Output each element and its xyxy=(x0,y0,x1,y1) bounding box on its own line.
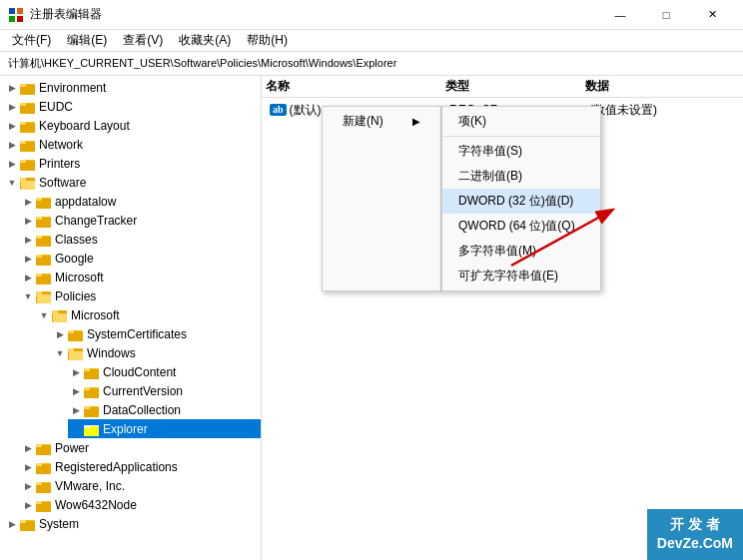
folder-icon-explorer xyxy=(84,422,100,436)
submenu-item-expandstring[interactable]: 可扩充字符串值(E) xyxy=(442,264,600,288)
tree-item-datacollection[interactable]: ▶ DataCollection xyxy=(68,400,261,419)
submenu-item-dword[interactable]: DWORD (32 位)值(D) xyxy=(442,189,600,214)
tree-item-printers[interactable]: ▶ Printers xyxy=(4,154,261,173)
menu-file[interactable]: 文件(F) xyxy=(4,30,59,51)
expander-appdatalow[interactable]: ▶ xyxy=(20,194,36,210)
tree-label-keyboardlayout: Keyboard Layout xyxy=(39,119,130,133)
folder-icon-google xyxy=(36,252,52,266)
folder-icon-network xyxy=(20,138,36,152)
maximize-button[interactable]: □ xyxy=(643,0,689,30)
expander-system[interactable]: ▶ xyxy=(4,516,20,532)
expander-environment[interactable]: ▶ xyxy=(4,80,20,96)
svg-rect-38 xyxy=(37,294,51,303)
submenu-item-key[interactable]: 项(K) xyxy=(442,109,600,134)
tree-item-vmware[interactable]: ▶ VMware, Inc. xyxy=(20,476,261,495)
expander-keyboardlayout[interactable]: ▶ xyxy=(4,118,20,134)
expander-windows[interactable]: ▼ xyxy=(52,345,68,361)
tree-item-systemcerts[interactable]: ▶ SystemCertificates xyxy=(52,324,261,343)
svg-rect-21 xyxy=(20,178,26,182)
tree-item-classes[interactable]: ▶ Classes xyxy=(20,230,261,249)
menu-help[interactable]: 帮助(H) xyxy=(239,30,296,51)
expander-explorer[interactable] xyxy=(68,421,84,437)
svg-rect-15 xyxy=(20,141,26,144)
expander-wow6432[interactable]: ▶ xyxy=(20,497,36,513)
tree-item-environment[interactable]: ▶ Environment xyxy=(4,78,261,97)
svg-rect-72 xyxy=(36,501,42,504)
context-menu-area: 新建(N) ▶ 项(K) 字符串值(S) 二进制值(B) DWORD (32 位… xyxy=(322,106,601,291)
expander-changetracker[interactable]: ▶ xyxy=(20,213,36,229)
svg-rect-42 xyxy=(52,310,58,314)
context-menu-new[interactable]: 新建(N) ▶ xyxy=(323,109,440,134)
folder-icon-microsoft-l2 xyxy=(36,271,52,284)
registry-tree[interactable]: ▶ Environment ▶ EUDC ▶ Keyboard Layout ▶… xyxy=(0,76,262,560)
tree-item-explorer[interactable]: Explorer xyxy=(68,419,261,438)
tree-item-policies[interactable]: ▼ Policies xyxy=(20,286,261,305)
tree-item-microsoft-l2[interactable]: ▶ Microsoft xyxy=(20,268,261,286)
expander-printers[interactable]: ▶ xyxy=(4,156,20,172)
expander-regapps[interactable]: ▶ xyxy=(20,459,36,475)
svg-rect-18 xyxy=(20,160,26,163)
folder-icon-regapps xyxy=(36,460,52,474)
tree-item-windows[interactable]: ▼ Windows xyxy=(52,343,261,362)
address-bar: 计算机\HKEY_CURRENT_USER\Software\Policies\… xyxy=(0,52,743,76)
expander-datacollection[interactable]: ▶ xyxy=(68,402,84,418)
tree-item-microsoft-l3[interactable]: ▼ Microsoft xyxy=(36,305,261,324)
menu-favorites[interactable]: 收藏夹(A) xyxy=(171,30,239,51)
tree-item-software[interactable]: ▼ Software xyxy=(4,173,261,192)
expander-power[interactable]: ▶ xyxy=(20,440,36,456)
minimize-button[interactable]: — xyxy=(597,0,643,30)
tree-item-google[interactable]: ▶ Google xyxy=(20,249,261,268)
tree-item-keyboardlayout[interactable]: ▶ Keyboard Layout xyxy=(4,116,261,135)
tree-item-regapps[interactable]: ▶ RegisteredApplications xyxy=(20,457,261,476)
expander-systemcerts[interactable]: ▶ xyxy=(52,326,68,342)
expander-microsoft-l3[interactable]: ▼ xyxy=(36,307,52,323)
submenu-item-qword[interactable]: QWORD (64 位)值(Q) xyxy=(442,214,600,239)
menu-view[interactable]: 查看(V) xyxy=(115,30,171,51)
svg-rect-75 xyxy=(20,520,26,523)
watermark-line1: 开 发 者 xyxy=(657,515,733,535)
tree-label-printers: Printers xyxy=(39,157,80,171)
expander-software[interactable]: ▼ xyxy=(4,175,20,191)
expander-microsoft-l2[interactable]: ▶ xyxy=(20,270,36,285)
svg-rect-12 xyxy=(20,122,26,125)
tree-item-currentversion[interactable]: ▶ CurrentVersion xyxy=(68,381,261,400)
tree-item-power[interactable]: ▶ Power xyxy=(20,438,261,457)
tree-label-systemcerts: SystemCertificates xyxy=(87,327,187,341)
tree-item-eudc[interactable]: ▶ EUDC xyxy=(4,97,261,116)
expander-policies[interactable]: ▼ xyxy=(20,288,36,304)
col-data: 数据 xyxy=(585,78,739,95)
tree-item-wow6432[interactable]: ▶ Wow6432Node xyxy=(20,495,261,514)
svg-rect-69 xyxy=(36,482,42,485)
expander-google[interactable]: ▶ xyxy=(20,251,36,267)
close-button[interactable]: ✕ xyxy=(689,0,735,30)
folder-icon-policies xyxy=(36,289,52,303)
expander-currentversion[interactable]: ▶ xyxy=(68,383,84,399)
tree-label-regapps: RegisteredApplications xyxy=(55,460,178,474)
expander-classes[interactable]: ▶ xyxy=(20,232,36,248)
svg-rect-39 xyxy=(36,291,42,295)
tree-item-appdatalow[interactable]: ▶ appdatalow xyxy=(20,192,261,211)
expander-network[interactable]: ▶ xyxy=(4,137,20,153)
tree-label-power: Power xyxy=(55,441,89,455)
tree-item-changetracker[interactable]: ▶ ChangeTracker xyxy=(20,211,261,230)
submenu-item-binary[interactable]: 二进制值(B) xyxy=(442,164,600,189)
folder-icon-system xyxy=(20,517,36,531)
submenu-item-string[interactable]: 字符串值(S) xyxy=(442,139,600,164)
svg-rect-30 xyxy=(36,236,42,239)
tree-label-cloudcontent: CloudContent xyxy=(103,365,176,379)
tree-label-environment: Environment xyxy=(39,81,106,95)
expander-cloudcontent[interactable]: ▶ xyxy=(68,364,84,380)
expander-eudc[interactable]: ▶ xyxy=(4,99,20,115)
tree-label-microsoft-l3: Microsoft xyxy=(71,308,120,322)
menu-edit[interactable]: 编辑(E) xyxy=(59,30,115,51)
watermark: 开 发 者 DevZe.CoM xyxy=(647,509,743,560)
tree-item-system[interactable]: ▶ System xyxy=(4,514,261,533)
expander-vmware[interactable]: ▶ xyxy=(20,478,36,494)
tree-label-system: System xyxy=(39,517,79,531)
tree-item-cloudcontent[interactable]: ▶ CloudContent xyxy=(68,362,261,381)
submenu-item-multistring[interactable]: 多字符串值(M) xyxy=(442,239,600,264)
tree-item-network[interactable]: ▶ Network xyxy=(4,135,261,154)
tree-label-policies: Policies xyxy=(55,289,96,303)
watermark-line2: DevZe.CoM xyxy=(657,534,733,554)
submenu-arrow-icon: ▶ xyxy=(412,116,420,127)
